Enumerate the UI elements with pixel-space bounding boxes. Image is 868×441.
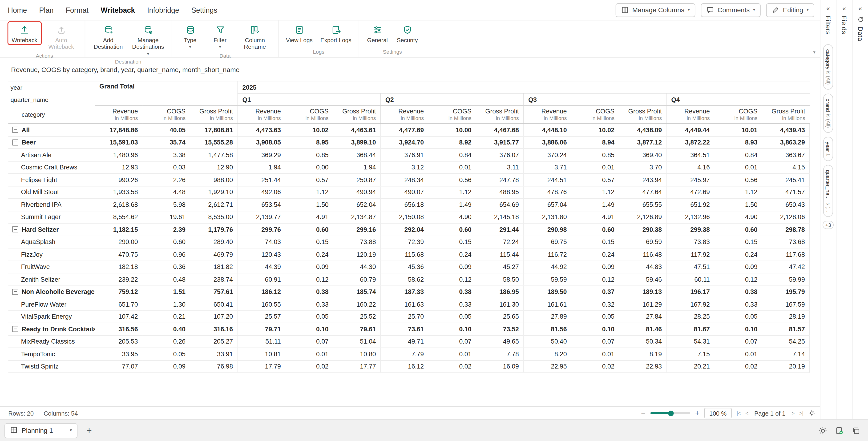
value-cell[interactable]: 8.20 [524,348,571,360]
zoom-slider-knob[interactable] [669,410,674,416]
value-cell[interactable]: 196.17 [666,285,714,298]
value-cell[interactable]: 117.68 [762,248,810,261]
column-rename-button[interactable]: Column Rename [236,22,275,51]
value-cell[interactable]: 0.07 [571,335,619,348]
fields-panel-strip[interactable]: « Fields [836,0,852,419]
value-cell[interactable]: 59.59 [524,273,571,285]
value-cell[interactable]: 0.01 [571,161,619,174]
value-cell[interactable]: 1,477.58 [190,149,238,161]
value-cell[interactable]: 1.50 [285,198,333,211]
value-cell[interactable]: 79.71 [238,323,285,335]
value-cell[interactable]: 3,924.70 [381,136,428,149]
value-cell[interactable]: 0.02 [714,360,762,373]
row-name-cell[interactable]: PureFlow Water [8,298,95,310]
value-cell[interactable]: 0.85 [571,149,619,161]
table-row-mixready-classics[interactable]: MixReady Classics205.530.26205.2751.110.… [8,335,810,348]
value-cell[interactable]: 0.05 [428,310,476,323]
value-cell[interactable]: 4,449.44 [666,124,714,136]
row-name-cell[interactable]: TempoTonic [8,348,95,360]
value-cell[interactable]: 0.84 [428,149,476,161]
value-cell[interactable]: 2,145.18 [476,211,524,223]
value-cell[interactable]: 316.16 [190,323,238,335]
table-row-zenith-seltzer[interactable]: Zenith Seltzer239.220.48238.7460.910.126… [8,273,810,285]
filter-button[interactable]: Filter▾ [206,22,235,51]
value-cell[interactable]: 250.87 [333,174,380,186]
value-cell[interactable]: 299.38 [666,223,714,236]
column-header-revenue[interactable]: Revenuein Millions [666,105,714,124]
value-cell[interactable]: 3,877.12 [619,136,666,149]
value-cell[interactable]: 17.79 [238,360,285,373]
value-cell[interactable]: 20.21 [666,360,714,373]
value-cell[interactable]: 0.60 [714,223,762,236]
value-cell[interactable]: 186.95 [476,285,524,298]
value-cell[interactable]: 2,132.96 [666,211,714,223]
value-cell[interactable]: 290.38 [619,223,666,236]
value-cell[interactable]: 655.55 [619,198,666,211]
value-cell[interactable]: 0.38 [714,285,762,298]
quarter-header-q2[interactable]: Q2 [381,93,524,105]
value-cell[interactable]: 1.12 [714,186,762,198]
value-cell[interactable]: 0.03 [143,161,190,174]
value-cell[interactable]: 0.15 [428,236,476,248]
column-header-cogs[interactable]: COGSin Millions [428,105,476,124]
save-status-icon[interactable] [835,427,843,435]
value-cell[interactable]: 364.51 [666,149,714,161]
value-cell[interactable]: 27.84 [619,310,666,323]
value-cell[interactable]: 7.78 [476,348,524,360]
value-cell[interactable]: 0.56 [714,174,762,186]
year-2025-header[interactable]: 2025 [238,81,810,93]
row-name-cell[interactable]: Hard Seltzer [8,223,95,236]
value-cell[interactable]: 186.12 [238,285,285,298]
value-cell[interactable]: 656.18 [381,198,428,211]
value-cell[interactable]: 0.12 [285,273,333,285]
table-row-tempotonic[interactable]: TempoTonic33.950.0533.9110.810.0110.807.… [8,348,810,360]
value-cell[interactable]: 4,438.09 [619,124,666,136]
last-page-button[interactable]: >| [799,410,803,416]
value-cell[interactable]: 54.31 [666,335,714,348]
table-row-summit-lager[interactable]: Summit Lager8,554.6219.618,535.002,139.7… [8,211,810,223]
value-cell[interactable]: 4.16 [666,161,714,174]
value-cell[interactable]: 3,863.29 [762,136,810,149]
value-cell[interactable]: 0.07 [714,335,762,348]
value-cell[interactable]: 69.75 [524,236,571,248]
value-cell[interactable]: 81.57 [762,323,810,335]
data-panel-strip[interactable]: « Data [852,0,868,419]
value-cell[interactable]: 40.05 [143,124,190,136]
zoom-in-button[interactable]: + [695,409,700,417]
value-cell[interactable]: 4,473.63 [238,124,285,136]
value-cell[interactable]: 653.54 [238,198,285,211]
value-cell[interactable]: 0.10 [714,323,762,335]
row-name-cell[interactable]: Non Alcoholic Beverages [8,285,95,298]
value-cell[interactable]: 0.48 [143,273,190,285]
value-cell[interactable]: 0.02 [285,360,333,373]
value-cell[interactable]: 0.24 [714,248,762,261]
value-cell[interactable]: 0.05 [571,310,619,323]
value-cell[interactable]: 0.33 [285,298,333,310]
row-name-cell[interactable]: Summit Lager [8,211,95,223]
value-cell[interactable]: 472.69 [666,186,714,198]
row-name-cell[interactable]: Cosmic Craft Brews [8,161,95,174]
value-cell[interactable]: 160.55 [238,298,285,310]
value-cell[interactable]: 245.97 [666,174,714,186]
value-cell[interactable]: 45.36 [381,261,428,273]
column-header-gross-profit[interactable]: Gross Profitin Millions [476,105,524,124]
row-name-cell[interactable]: Riverbend IPA [8,198,95,211]
row-name-cell[interactable]: FizzJoy [8,248,95,261]
value-cell[interactable]: 73.68 [762,236,810,248]
value-cell[interactable]: 107.20 [190,310,238,323]
column-header-revenue[interactable]: Revenuein Millions [524,105,571,124]
value-cell[interactable]: 120.19 [333,248,380,261]
value-cell[interactable]: 10.02 [285,124,333,136]
quarter-header-q1[interactable]: Q1 [238,93,380,105]
value-cell[interactable]: 0.07 [428,335,476,348]
row-name-cell[interactable]: VitalSpark Energy [8,310,95,323]
value-cell[interactable]: 44.39 [238,261,285,273]
value-cell[interactable]: 0.09 [714,261,762,273]
value-cell[interactable]: 120.43 [238,248,285,261]
value-cell[interactable]: 44.30 [333,261,380,273]
column-header-cogs[interactable]: COGSin Millions [285,105,333,124]
filter-pill-quarter-na[interactable]: quarter_na...is (... [823,165,833,217]
row-name-cell[interactable]: Old Mill Stout [8,186,95,198]
value-cell[interactable]: 115.68 [381,248,428,261]
value-cell[interactable]: 652.04 [333,198,380,211]
